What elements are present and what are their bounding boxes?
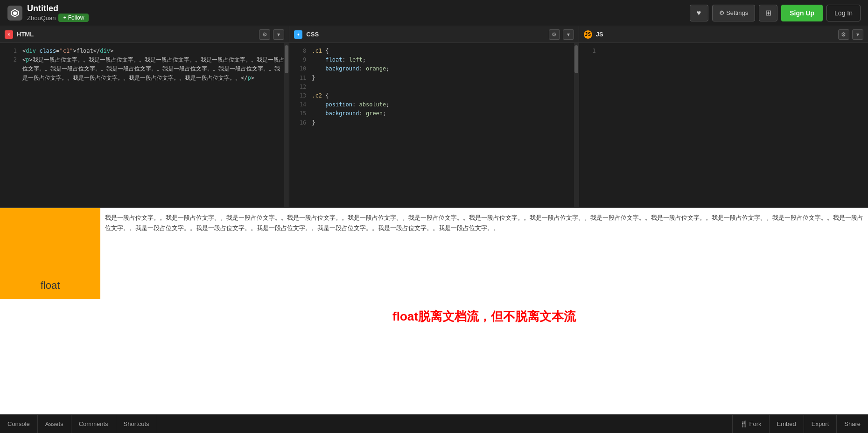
css-scrollbar[interactable] xyxy=(574,43,579,207)
fork-icon: 🍴 xyxy=(740,420,748,427)
login-button[interactable]: Log In xyxy=(826,5,861,21)
preview-content: float 我是一段占位文字。。我是一段占位文字。。我是一段占位文字。。我是一段… xyxy=(0,208,868,334)
code-line: 1 xyxy=(579,47,868,56)
css-settings-button[interactable]: ⚙ xyxy=(549,29,560,40)
html-controls: ⚙ ▾ xyxy=(259,29,284,40)
css-code-body[interactable]: 8 .c1 { 9 float: left; 10 background: or… xyxy=(289,43,578,207)
html-title: HTML xyxy=(17,31,34,38)
js-panel-header: JS JS ⚙ ▾ xyxy=(579,26,868,43)
code-line: 1 <div class="c1">float</div> xyxy=(0,47,289,56)
grid-button[interactable]: ⊞ xyxy=(759,5,777,21)
editors: ✕ HTML ⚙ ▾ 1 <div class="c1">float</div>… xyxy=(0,26,868,208)
html-code-body[interactable]: 1 <div class="c1">float</div> 2 <p>我是一段占… xyxy=(0,43,289,207)
js-settings-button[interactable]: ⚙ xyxy=(838,29,849,40)
signup-button[interactable]: Sign Up xyxy=(781,5,823,21)
float-box: float xyxy=(0,208,100,299)
tab-shortcuts[interactable]: Shortcuts xyxy=(116,415,157,433)
logo-icon xyxy=(7,6,22,21)
code-line: 10 background: orange; xyxy=(289,64,578,73)
fork-button[interactable]: 🍴Fork xyxy=(732,415,769,433)
code-line: 13 .c2 { xyxy=(289,91,578,100)
logo-area: Untitled ZhouQuan + Follow xyxy=(7,4,89,22)
share-button[interactable]: Share xyxy=(836,415,868,433)
code-line: 15 background: green; xyxy=(289,109,578,118)
js-controls: ⚙ ▾ xyxy=(838,29,863,40)
embed-button[interactable]: Embed xyxy=(769,415,804,433)
svg-marker-1 xyxy=(13,11,17,15)
css-title: CSS xyxy=(306,31,319,38)
html-editor: ✕ HTML ⚙ ▾ 1 <div class="c1">float</div>… xyxy=(0,26,289,207)
app-title: Untitled xyxy=(27,4,89,14)
html-scroll-thumb xyxy=(285,45,288,73)
title-area: Untitled ZhouQuan + Follow xyxy=(27,4,89,22)
code-line: 9 float: left; xyxy=(289,56,578,64)
username: ZhouQuan xyxy=(27,14,56,21)
paragraph-text: 我是一段占位文字。。我是一段占位文字。。我是一段占位文字。。我是一段占位文字。。… xyxy=(100,208,868,238)
tab-assets[interactable]: Assets xyxy=(38,415,71,433)
footer-actions: 🍴Fork Embed Export Share xyxy=(732,415,868,433)
html-panel-header: ✕ HTML ⚙ ▾ xyxy=(0,26,289,43)
html-icon: ✕ xyxy=(5,30,13,39)
code-line: 16 } xyxy=(289,119,578,127)
heart-button[interactable]: ♥ xyxy=(690,5,708,21)
js-code-body[interactable]: 1 xyxy=(579,43,868,207)
js-collapse-button[interactable]: ▾ xyxy=(852,29,863,40)
js-icon: JS xyxy=(584,30,592,39)
settings-button[interactable]: ⚙ Settings xyxy=(712,5,756,21)
float-label: float xyxy=(41,279,60,292)
css-panel-header: ✦ CSS ⚙ ▾ xyxy=(289,26,578,43)
css-controls: ⚙ ▾ xyxy=(549,29,574,40)
js-editor: JS JS ⚙ ▾ 1 xyxy=(579,26,868,207)
code-line: 2 <p>我是一段占位文字。。我是一段占位文字。。我是一段占位文字。。我是一段占… xyxy=(0,56,289,83)
css-editor: ✦ CSS ⚙ ▾ 8 .c1 { 9 float: left; 10 back… xyxy=(289,26,579,207)
code-line: 11 } xyxy=(289,74,578,83)
code-line: 14 position: absolute; xyxy=(289,100,578,109)
follow-button[interactable]: + Follow xyxy=(58,14,89,22)
tab-console[interactable]: Console xyxy=(0,415,38,433)
css-scroll-thumb xyxy=(574,45,578,73)
code-line: 12 xyxy=(289,83,578,91)
html-scrollbar[interactable] xyxy=(284,43,289,207)
header: Untitled ZhouQuan + Follow ♥ ⚙ Settings … xyxy=(0,0,868,26)
tab-comments[interactable]: Comments xyxy=(71,415,116,433)
caption-text: float脱离文档流，但不脱离文本流 xyxy=(0,299,868,334)
js-title: JS xyxy=(596,31,603,38)
header-right: ♥ ⚙ Settings ⊞ Sign Up Log In xyxy=(690,5,861,21)
code-line: 8 .c1 { xyxy=(289,47,578,56)
export-button[interactable]: Export xyxy=(804,415,837,433)
html-collapse-button[interactable]: ▾ xyxy=(273,29,284,40)
preview-panel: float 我是一段占位文字。。我是一段占位文字。。我是一段占位文字。。我是一段… xyxy=(0,208,868,414)
footer: Console Assets Comments Shortcuts 🍴Fork … xyxy=(0,414,868,433)
user-area: ZhouQuan + Follow xyxy=(27,14,89,22)
css-collapse-button[interactable]: ▾ xyxy=(563,29,574,40)
html-settings-button[interactable]: ⚙ xyxy=(259,29,270,40)
css-icon: ✦ xyxy=(294,30,302,39)
footer-tabs: Console Assets Comments Shortcuts xyxy=(0,415,157,433)
